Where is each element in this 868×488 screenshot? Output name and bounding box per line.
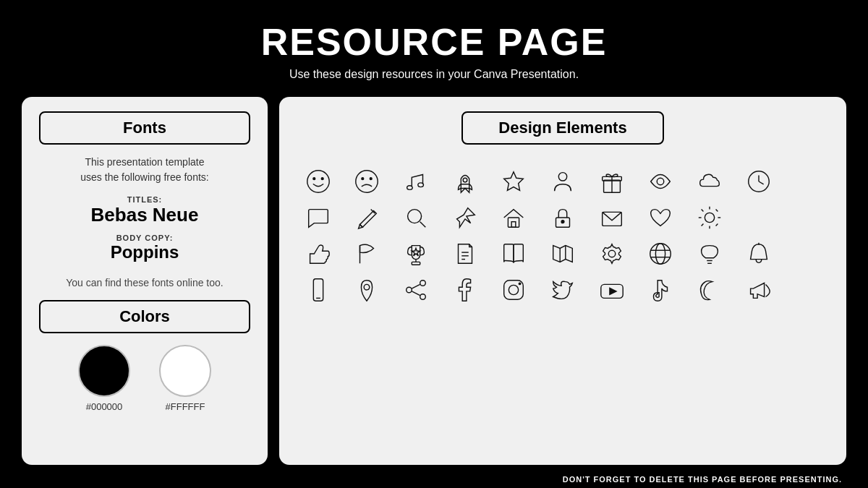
fonts-note: You can find these fonts online too. xyxy=(66,277,223,288)
icon-eye xyxy=(639,168,682,195)
svg-point-8 xyxy=(463,178,467,182)
svg-point-5 xyxy=(370,178,373,180)
icon-map xyxy=(541,240,584,267)
colors-heading: Colors xyxy=(119,307,170,326)
design-elements-label-box: Design Elements xyxy=(461,111,664,145)
svg-line-32 xyxy=(701,224,703,226)
icon-phone xyxy=(297,276,340,304)
swatch-code-black: #000000 xyxy=(86,401,123,412)
icon-heart xyxy=(639,204,682,231)
icon-book xyxy=(493,240,536,267)
page-subtitle: Use these design resources in your Canva… xyxy=(261,68,608,81)
title-font-name: Bebas Neue xyxy=(91,204,199,226)
svg-point-46 xyxy=(656,244,665,265)
icon-rocket xyxy=(443,168,487,195)
icon-chat xyxy=(297,204,340,231)
svg-rect-36 xyxy=(412,262,420,265)
design-elements-heading: Design Elements xyxy=(498,119,626,137)
icon-location xyxy=(346,276,389,304)
icon-megaphone xyxy=(737,276,780,304)
swatch-circle-black xyxy=(78,345,130,397)
icon-youtube xyxy=(590,276,634,304)
icon-pencil xyxy=(346,204,389,231)
svg-point-54 xyxy=(365,284,370,290)
icon-person xyxy=(541,168,584,195)
icon-lock xyxy=(541,204,584,231)
icon-trophy xyxy=(394,240,438,267)
svg-point-7 xyxy=(418,183,424,187)
icon-search xyxy=(394,204,438,231)
svg-line-59 xyxy=(412,291,420,296)
main-content: Fonts This presentation templateuses the… xyxy=(0,88,868,472)
swatch-circle-white xyxy=(159,345,211,397)
page-header: RESOURCE PAGE Use these design resources… xyxy=(261,0,608,88)
icon-facebook xyxy=(443,276,487,304)
icons-grid xyxy=(297,168,829,304)
footer-note: DON'T FORGET TO DELETE THIS PAGE BEFORE … xyxy=(563,475,842,484)
svg-point-57 xyxy=(420,294,426,300)
body-font-label: BODY COPY: xyxy=(111,234,179,242)
icon-home xyxy=(493,204,536,231)
icon-moon xyxy=(688,276,731,304)
svg-point-44 xyxy=(608,250,616,257)
fonts-heading: Fonts xyxy=(123,119,166,137)
swatch-white: #FFFFFF xyxy=(159,345,211,412)
icon-sun xyxy=(688,204,731,231)
svg-point-62 xyxy=(519,283,522,286)
svg-point-4 xyxy=(362,178,364,180)
icon-share xyxy=(394,276,438,304)
svg-line-33 xyxy=(715,224,718,226)
svg-point-3 xyxy=(356,171,378,192)
icon-empty3 xyxy=(786,204,829,231)
page-title: RESOURCE PAGE xyxy=(261,20,608,64)
icon-settings xyxy=(590,240,634,267)
icon-flag xyxy=(346,240,389,267)
icon-document xyxy=(443,240,487,267)
icon-bell xyxy=(737,240,780,267)
colors-label-box: Colors xyxy=(39,300,250,333)
fonts-description: This presentation templateuses the follo… xyxy=(80,155,208,185)
title-font-label: TITLES: xyxy=(91,195,199,204)
icon-tiktok xyxy=(639,276,682,304)
svg-point-23 xyxy=(561,221,564,223)
svg-point-45 xyxy=(650,244,671,265)
svg-line-58 xyxy=(412,284,420,288)
icon-twitter xyxy=(541,276,584,304)
icon-empty2 xyxy=(737,204,780,231)
svg-point-18 xyxy=(408,210,422,223)
svg-point-25 xyxy=(705,213,714,222)
svg-point-14 xyxy=(658,178,665,185)
svg-point-55 xyxy=(420,281,426,286)
svg-rect-52 xyxy=(313,279,323,301)
icon-globe xyxy=(639,240,682,267)
title-font-entry: TITLES: Bebas Neue xyxy=(91,195,199,226)
icon-thumbsup xyxy=(297,240,340,267)
icon-clock xyxy=(737,168,780,195)
svg-marker-37 xyxy=(412,248,420,255)
left-panel: Fonts This presentation templateuses the… xyxy=(22,97,268,465)
svg-point-6 xyxy=(407,186,413,190)
svg-point-1 xyxy=(313,178,315,180)
body-font-name: Poppins xyxy=(111,242,179,262)
svg-line-31 xyxy=(715,210,718,212)
icon-cloud xyxy=(688,168,731,195)
svg-point-56 xyxy=(407,287,412,293)
swatch-code-white: #FFFFFF xyxy=(166,401,205,412)
icon-music xyxy=(394,168,438,195)
icon-empty4 xyxy=(786,240,829,267)
svg-point-61 xyxy=(509,285,519,294)
icon-gift xyxy=(590,168,634,195)
svg-line-17 xyxy=(759,181,764,184)
icon-instagram xyxy=(493,276,536,304)
icon-bulb xyxy=(688,240,731,267)
svg-rect-21 xyxy=(511,222,516,228)
svg-marker-41 xyxy=(553,246,573,262)
svg-marker-64 xyxy=(609,287,617,295)
icon-sad xyxy=(346,168,389,195)
svg-rect-20 xyxy=(509,218,519,227)
svg-line-30 xyxy=(701,210,703,212)
swatch-black: #000000 xyxy=(78,345,130,412)
icon-mail xyxy=(590,204,634,231)
icon-smile xyxy=(297,168,340,195)
icon-star xyxy=(493,168,536,195)
